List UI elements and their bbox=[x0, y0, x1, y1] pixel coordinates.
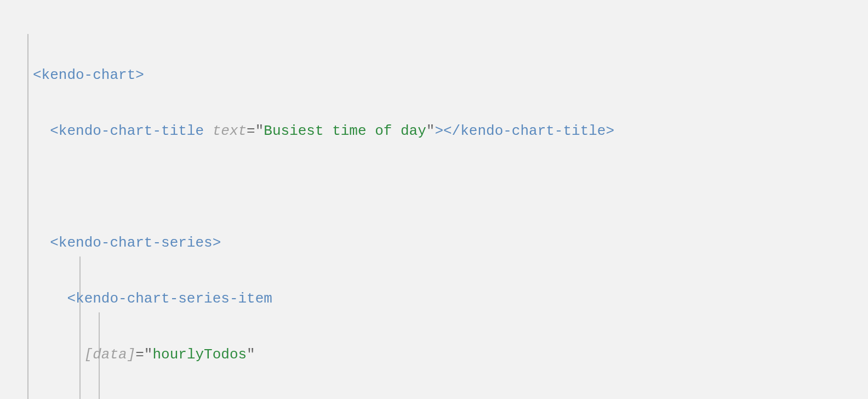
code-block: <kendo-chart> <kendo-chart-title text="B… bbox=[0, 0, 868, 399]
tag-kendo-chart: kendo-chart bbox=[42, 67, 136, 83]
code-line: [data]="hourlyTodos" bbox=[33, 341, 868, 369]
attr-data: [data] bbox=[84, 346, 136, 363]
tag-kendo-chart-title: kendo-chart-title bbox=[59, 123, 204, 139]
code-line: <kendo-chart-title text="Busiest time of… bbox=[33, 117, 868, 145]
code-line: [name]="field" bbox=[33, 397, 868, 399]
attr-text: text bbox=[213, 123, 247, 139]
code-line: <kendo-chart-series> bbox=[33, 229, 868, 257]
value-text: Busiest time of day bbox=[264, 123, 426, 139]
tag-kendo-chart-series: kendo-chart-series bbox=[59, 235, 213, 251]
code-line: <kendo-chart-series-item bbox=[33, 285, 868, 313]
blank-line bbox=[33, 173, 868, 201]
value-data: hourlyTodos bbox=[152, 346, 247, 363]
code-line: <kendo-chart> bbox=[33, 61, 868, 89]
punct-lt: < bbox=[33, 67, 42, 83]
punct-gt: > bbox=[135, 67, 144, 83]
tag-kendo-chart-series-item: kendo-chart-series-item bbox=[76, 290, 272, 307]
